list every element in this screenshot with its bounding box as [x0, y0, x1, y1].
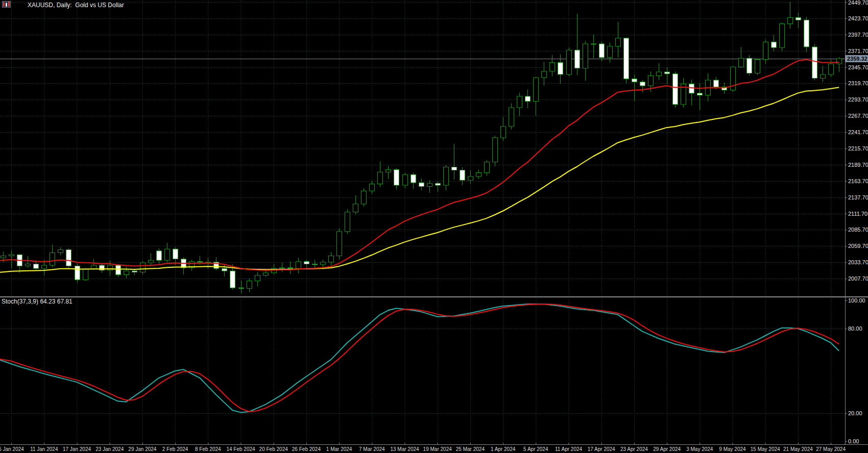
bear-candle-body: [173, 249, 178, 259]
bull-candle-body: [542, 71, 547, 78]
bear-candle-body: [312, 264, 318, 265]
bear-candle-body: [34, 264, 39, 269]
bear-candle-body: [419, 183, 424, 186]
bear-candle-body: [632, 79, 637, 82]
bear-candle-body: [222, 268, 227, 271]
candle[interactable]: [567, 47, 572, 76]
bull-candle-body: [837, 59, 842, 64]
bear-candle-body: [747, 58, 752, 73]
bear-candle-body: [804, 20, 809, 47]
bull-candle-body: [829, 64, 834, 74]
candle[interactable]: [345, 209, 350, 234]
candle[interactable]: [83, 268, 88, 281]
bull-candle-body: [780, 24, 785, 48]
bull-candle-body: [378, 172, 383, 184]
bull-candle-body: [337, 232, 342, 256]
bull-candle-body: [591, 44, 596, 44]
candle[interactable]: [780, 22, 785, 51]
bull-candle-body: [657, 72, 662, 76]
bear-candle-body: [66, 249, 71, 266]
bear-candle-body: [116, 265, 121, 274]
pane-divider[interactable]: [0, 296, 868, 297]
bull-candle-body: [517, 96, 522, 108]
candle[interactable]: [624, 38, 629, 84]
bear-candle-body: [525, 96, 531, 102]
bull-candle-body: [263, 273, 269, 275]
bull-candle-body: [370, 184, 375, 191]
bull-candle-body: [567, 50, 572, 74]
candle[interactable]: [804, 17, 809, 52]
candle[interactable]: [66, 248, 71, 268]
bull-candle-body: [583, 44, 588, 68]
bull-candle-body: [509, 108, 514, 127]
candle[interactable]: [337, 229, 342, 260]
bear-candle-body: [198, 262, 203, 262]
bull-candle-body: [321, 262, 326, 265]
candle[interactable]: [75, 263, 80, 283]
candle[interactable]: [731, 66, 736, 92]
bear-candle-body: [157, 251, 162, 260]
bull-candle-body: [58, 249, 63, 253]
bull-candle-body: [403, 174, 408, 185]
candlestick-chart[interactable]: 2449.702423.702397.702371.702345.702319.…: [0, 0, 868, 453]
bull-candle-body: [140, 263, 146, 272]
bear-candle-body: [75, 266, 80, 280]
bid-price-badge: 2359.32: [846, 55, 868, 62]
bear-candle-body: [624, 38, 629, 79]
bull-candle-body: [255, 275, 260, 281]
candle[interactable]: [493, 136, 498, 166]
bull-candle-body: [165, 249, 170, 260]
bear-candle-body: [575, 50, 580, 68]
price-axis[interactable]: [845, 0, 868, 444]
bull-candle-body: [468, 177, 473, 180]
bull-candle-body: [329, 256, 334, 262]
bull-candle-body: [361, 191, 367, 204]
bull-candle-body: [501, 127, 506, 138]
bull-candle-body: [534, 78, 539, 102]
time-axis[interactable]: [0, 444, 868, 453]
bear-candle-body: [100, 265, 105, 270]
candle[interactable]: [361, 188, 367, 207]
bar-chart-icon[interactable]: [14, 2, 22, 9]
bull-candle-body: [26, 264, 31, 266]
bull-candle-body: [616, 38, 621, 46]
candle[interactable]: [747, 55, 752, 76]
bear-candle-body: [452, 167, 457, 170]
stochastic-indicator-label: Stoch(37,3,9) 64.23 67.81: [2, 298, 73, 305]
bull-candle-body: [83, 269, 88, 280]
bull-candle-body: [386, 169, 391, 172]
chart-title: XAUUSD, Daily: Gold vs US Dollar: [28, 2, 124, 9]
bull-candle-body: [763, 42, 768, 59]
bull-candle-body: [444, 167, 449, 186]
bull-candle-body: [124, 271, 129, 274]
bear-candle-body: [812, 47, 817, 78]
bull-candle-body: [788, 17, 793, 23]
bull-candle-body: [247, 281, 252, 289]
bull-candle-body: [280, 268, 285, 268]
bull-candle-body: [550, 63, 555, 71]
bull-candle-body: [149, 260, 154, 263]
bull-candle-body: [485, 162, 490, 173]
bear-candle-body: [239, 288, 244, 288]
bull-candle-body: [108, 265, 113, 270]
bull-candle-body: [648, 76, 654, 86]
bull-candle-body: [608, 46, 613, 58]
bear-candle-body: [665, 72, 670, 74]
chart-window: 2449.702423.702397.702371.702345.702319.…: [0, 0, 868, 453]
bull-candle-body: [50, 253, 55, 266]
bear-candle-body: [132, 271, 137, 272]
bull-candle-body: [296, 262, 301, 269]
bull-candle-body: [476, 173, 481, 177]
bear-candle-body: [697, 93, 703, 95]
bear-candle-body: [230, 271, 235, 288]
bull-candle-body: [345, 212, 350, 232]
bear-candle-body: [304, 262, 309, 264]
bear-candle-body: [599, 44, 605, 58]
chart-background: [0, 0, 868, 453]
bear-candle-body: [796, 17, 801, 20]
candle[interactable]: [755, 59, 760, 75]
bull-candle-body: [353, 204, 358, 212]
candle[interactable]: [673, 71, 678, 108]
bear-candle-body: [640, 82, 645, 86]
bear-candle-body: [771, 42, 777, 47]
